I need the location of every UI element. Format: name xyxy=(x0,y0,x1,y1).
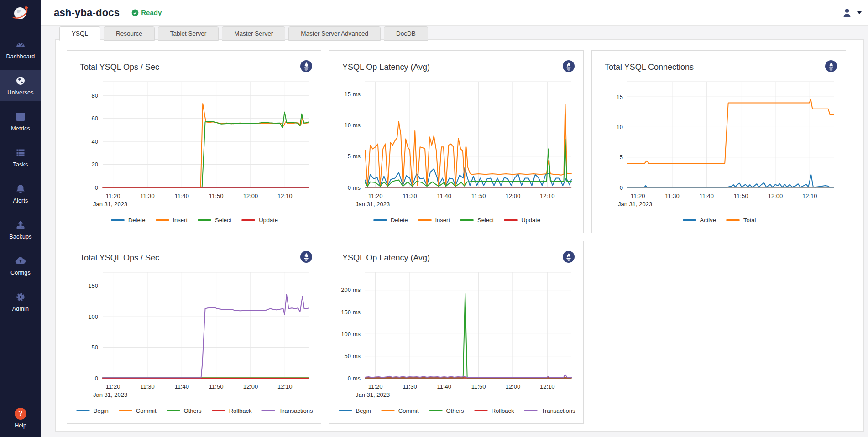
legend-swatch xyxy=(429,410,443,412)
metrics-tabstrip: YSQL Resource Tablet Server Master Serve… xyxy=(41,26,868,40)
svg-text:11:50: 11:50 xyxy=(209,383,224,390)
svg-text:11:30: 11:30 xyxy=(140,192,155,199)
legend-item-begin[interactable]: Begin xyxy=(76,407,109,414)
svg-text:60: 60 xyxy=(92,115,98,122)
svg-text:15: 15 xyxy=(617,94,623,100)
series-line-transactions xyxy=(365,375,571,378)
legend-label: Others xyxy=(446,407,464,414)
legend-label: Insert xyxy=(173,217,188,224)
prometheus-icon[interactable] xyxy=(562,60,575,73)
sidebar-item-admin[interactable]: Admin xyxy=(0,286,41,317)
legend-item-update[interactable]: Update xyxy=(504,217,540,224)
svg-text:11:30: 11:30 xyxy=(140,383,155,390)
series-line-total xyxy=(627,99,834,163)
main-content: YSQL Resource Tablet Server Master Serve… xyxy=(41,26,868,437)
svg-text:Jan 31, 2023: Jan 31, 2023 xyxy=(356,201,390,208)
svg-text:40: 40 xyxy=(92,138,98,145)
prometheus-icon[interactable] xyxy=(300,250,313,263)
universe-title: ash-yba-docs xyxy=(54,7,120,19)
user-menu-button[interactable] xyxy=(831,7,868,19)
svg-text:150 ms: 150 ms xyxy=(341,309,361,316)
sidebar-item-configs[interactable]: Configs xyxy=(0,250,41,281)
tab-resource[interactable]: Resource xyxy=(104,26,155,41)
legend-item-others[interactable]: Others xyxy=(429,407,464,414)
sidebar-item-universes[interactable]: Universes xyxy=(0,70,41,101)
sidebar-item-help[interactable]: ? Help xyxy=(0,403,41,437)
series-line-active xyxy=(627,175,834,187)
svg-text:80: 80 xyxy=(92,92,98,99)
tab-master-server[interactable]: Master Server xyxy=(222,26,285,41)
legend-item-transactions[interactable]: Transactions xyxy=(261,407,313,414)
legend-label: Transactions xyxy=(279,407,313,414)
legend-item-active[interactable]: Active xyxy=(683,217,716,224)
sidebar-item-label: Dashboard xyxy=(6,53,35,60)
svg-text:50 ms: 50 ms xyxy=(345,353,361,359)
svg-text:100: 100 xyxy=(88,313,98,320)
legend-label: Begin xyxy=(356,407,371,414)
svg-text:10 ms: 10 ms xyxy=(345,122,361,129)
tab-tablet-server[interactable]: Tablet Server xyxy=(158,26,219,41)
user-icon xyxy=(841,7,853,19)
chart-svg: 0 ms5 ms10 ms15 ms11:2011:3011:4011:5012… xyxy=(339,73,576,210)
tab-master-server-advanced[interactable]: Master Server Advanced xyxy=(288,26,381,41)
series-line-transactions xyxy=(103,295,309,378)
tasks-list-icon xyxy=(15,147,26,159)
legend-label: Total xyxy=(743,217,756,224)
legend-item-rollback[interactable]: Rollback xyxy=(474,407,514,414)
legend-label: Select xyxy=(477,217,494,224)
legend-label: Insert xyxy=(435,217,450,224)
prometheus-icon[interactable] xyxy=(300,60,313,73)
chart-legend: BeginCommitOthersRollbackTransactions xyxy=(339,407,575,414)
tab-ysql[interactable]: YSQL xyxy=(59,26,100,41)
sidebar-item-alerts[interactable]: Alerts xyxy=(0,178,41,209)
legend-item-select[interactable]: Select xyxy=(460,217,494,224)
legend-item-total[interactable]: Total xyxy=(726,217,756,224)
sidebar-spacer xyxy=(0,322,41,403)
legend-item-delete[interactable]: Delete xyxy=(111,217,146,224)
check-circle-icon xyxy=(131,9,139,16)
yugabyte-logo[interactable] xyxy=(0,0,41,26)
sidebar-item-tasks[interactable]: Tasks xyxy=(0,142,41,173)
legend-item-commit[interactable]: Commit xyxy=(381,407,419,414)
chart-legend: DeleteInsertSelectUpdate xyxy=(339,217,575,224)
chevron-down-icon xyxy=(857,11,862,14)
legend-item-begin[interactable]: Begin xyxy=(339,407,371,414)
legend-label: Others xyxy=(184,407,202,414)
chart-svg: 05101511:2011:3011:4011:5012:0012:10Jan … xyxy=(601,73,838,210)
legend-swatch xyxy=(474,410,488,412)
legend-item-rollback[interactable]: Rollback xyxy=(212,407,252,414)
legend-swatch xyxy=(726,219,740,221)
legend-item-update[interactable]: Update xyxy=(241,217,278,224)
svg-text:5 ms: 5 ms xyxy=(348,153,361,160)
backups-upload-icon xyxy=(15,219,26,231)
sidebar-item-metrics[interactable]: Metrics xyxy=(0,106,41,137)
svg-text:50: 50 xyxy=(92,344,98,351)
legend-item-insert[interactable]: Insert xyxy=(156,217,188,224)
configs-cloud-icon xyxy=(15,255,26,267)
legend-label: Begin xyxy=(94,407,109,414)
legend-swatch xyxy=(261,410,275,412)
svg-text:12:10: 12:10 xyxy=(277,192,293,199)
legend-item-insert[interactable]: Insert xyxy=(418,217,450,224)
svg-text:12:00: 12:00 xyxy=(768,192,783,199)
legend-item-others[interactable]: Others xyxy=(167,407,202,414)
legend-label: Select xyxy=(215,217,231,224)
chart-title: YSQL Op Latency (Avg) xyxy=(339,250,430,263)
tab-docdb[interactable]: DocDB xyxy=(384,26,428,41)
prometheus-icon[interactable] xyxy=(562,250,575,263)
svg-text:12:10: 12:10 xyxy=(802,192,817,199)
chart-legend: DeleteInsertSelectUpdate xyxy=(76,217,313,224)
svg-text:10: 10 xyxy=(617,124,623,130)
legend-item-commit[interactable]: Commit xyxy=(119,407,157,414)
legend-item-delete[interactable]: Delete xyxy=(373,217,408,224)
sidebar-item-label: Admin xyxy=(12,306,29,312)
prometheus-icon[interactable] xyxy=(825,60,837,73)
sidebar-item-backups[interactable]: Backups xyxy=(0,214,41,245)
svg-text:100 ms: 100 ms xyxy=(341,331,361,338)
sidebar-item-dashboard[interactable]: Dashboard xyxy=(0,34,41,65)
series-line-others xyxy=(365,293,571,378)
sidebar-item-label: Help xyxy=(15,422,26,429)
legend-item-transactions[interactable]: Transactions xyxy=(524,407,575,414)
legend-item-select[interactable]: Select xyxy=(198,217,231,224)
svg-text:Jan 31, 2023: Jan 31, 2023 xyxy=(618,201,652,208)
